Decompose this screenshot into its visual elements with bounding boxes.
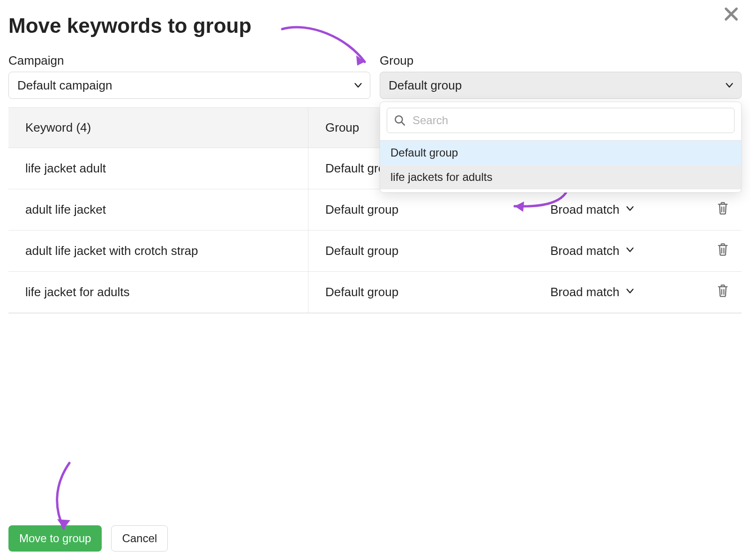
match-type-label: Broad match (550, 285, 619, 299)
campaign-label: Campaign (8, 53, 370, 68)
cancel-button[interactable]: Cancel (111, 525, 168, 552)
match-type-selector[interactable]: Broad match (550, 244, 635, 258)
chevron-down-icon (625, 202, 635, 217)
chevron-down-icon (724, 80, 735, 90)
move-to-group-button[interactable]: Move to group (8, 525, 102, 552)
group-dropdown-panel: Default grouplife jackets for adults (380, 102, 742, 193)
close-button[interactable] (722, 5, 741, 23)
group-search-input[interactable] (412, 113, 728, 127)
dialog-footer: Move to group Cancel (8, 525, 168, 552)
search-icon (394, 114, 406, 127)
table-row: adult life jacketDefault groupBroad matc… (8, 189, 742, 231)
campaign-field: Campaign Default campaign (8, 53, 370, 99)
dialog-title: Move keywords to group (8, 14, 742, 37)
campaign-select[interactable]: Default campaign (8, 72, 370, 99)
cell-match-type: Broad match (533, 231, 704, 271)
cell-actions (704, 189, 742, 230)
trash-icon (716, 201, 729, 218)
trash-icon (716, 284, 729, 301)
cell-actions (704, 272, 742, 313)
cell-match-type: Broad match (533, 189, 704, 230)
group-label: Group (380, 53, 742, 68)
match-type-label: Broad match (550, 202, 619, 217)
group-select[interactable]: Default group (380, 72, 742, 99)
col-header-keyword: Keyword (4) (8, 108, 308, 148)
chevron-down-icon (625, 244, 635, 258)
cell-keyword: adult life jacket with crotch strap (8, 231, 308, 271)
chevron-down-icon (353, 80, 363, 90)
cell-keyword: adult life jacket (8, 189, 308, 230)
close-icon (723, 6, 739, 22)
delete-row-button[interactable] (716, 284, 729, 301)
cell-match-type: Broad match (533, 272, 704, 313)
group-search-wrapper (387, 108, 735, 133)
cell-group: Default group (308, 189, 533, 230)
cell-keyword: life jacket for adults (8, 272, 308, 313)
cell-group: Default group (308, 231, 533, 271)
cell-keyword: life jacket adult (8, 148, 308, 189)
group-option[interactable]: Default group (380, 141, 741, 165)
match-type-label: Broad match (550, 244, 619, 258)
group-option[interactable]: life jackets for adults (380, 165, 741, 189)
delete-row-button[interactable] (716, 242, 729, 260)
trash-icon (716, 242, 729, 260)
group-field: Group Default group Default grouplife ja… (380, 53, 742, 99)
group-select-value: Default group (389, 78, 462, 93)
campaign-select-value: Default campaign (17, 78, 112, 93)
table-row: life jacket for adultsDefault groupBroad… (8, 272, 742, 313)
cell-actions (704, 231, 742, 271)
delete-row-button[interactable] (716, 201, 729, 218)
chevron-down-icon (625, 285, 635, 299)
table-row: adult life jacket with crotch strapDefau… (8, 231, 742, 272)
match-type-selector[interactable]: Broad match (550, 285, 635, 299)
match-type-selector[interactable]: Broad match (550, 202, 635, 217)
cell-group: Default group (308, 272, 533, 313)
